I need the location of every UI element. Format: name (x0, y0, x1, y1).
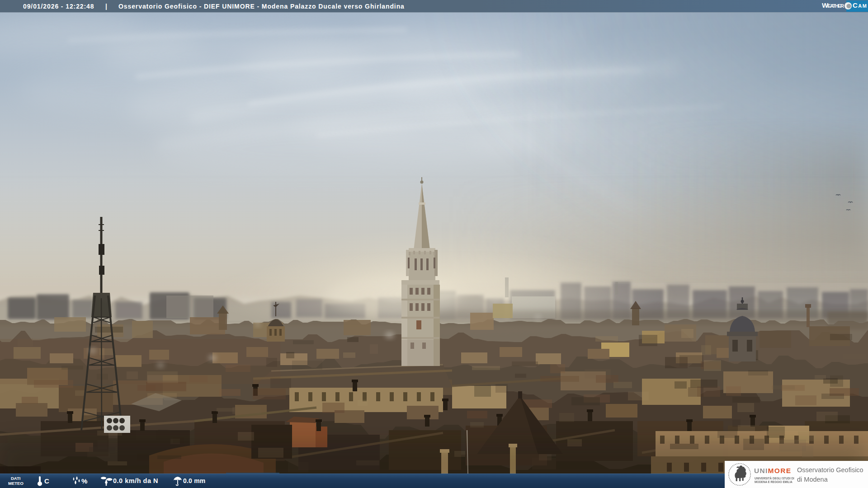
svg-text:WEATHER: WEATHER (822, 1, 844, 9)
